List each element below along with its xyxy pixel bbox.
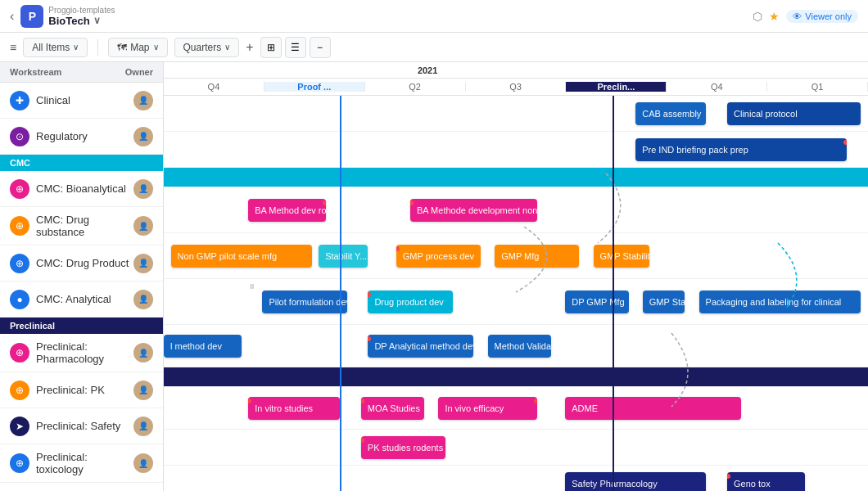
task-gmp-process[interactable]: GMP process dev [396, 245, 481, 268]
task-gmp-mfg[interactable]: GMP Mfg [495, 245, 579, 268]
sidebar-item-preclinical-pharmacology[interactable]: ⊕ Preclinical: Pharmacology 👤 [0, 334, 163, 372]
q-q4-1: Q4 [164, 82, 264, 92]
task-in-vitro[interactable]: In vitro studies [248, 397, 340, 420]
sidebar-item-preclinical-toxicology[interactable]: ⊕ Preclinical: toxicology 👤 [0, 444, 163, 483]
chevron-icon: ∨ [224, 43, 230, 52]
task-safety-pharmacology[interactable]: Safety Pharmacology [565, 472, 706, 492]
view-dropdown[interactable]: 🗺 Map ∨ [108, 38, 167, 57]
task-pre-ind[interactable]: Pre IND briefing pack prep [635, 138, 847, 161]
gantt-row-pk: PK studies rodents [164, 430, 868, 466]
gantt-row-drug-substance: Non GMP pilot scale mfg Stabilit Y... GM… [164, 233, 868, 279]
task-ba-method-non[interactable]: BA Methode development non... [410, 199, 537, 222]
q-preclin: Preclin... [566, 82, 667, 92]
task-dp-analytical[interactable]: DP Analytical method dev [368, 335, 473, 358]
sidebar-item-clinical[interactable]: ✚ Clinical 👤 [0, 83, 163, 119]
back-icon[interactable]: ‹ [10, 9, 14, 24]
map-icon: 🗺 [117, 42, 127, 53]
q-q1-2: Q1 [767, 82, 868, 92]
q-q3: Q3 [466, 82, 567, 92]
all-items-dropdown[interactable]: All Items ∨ [23, 38, 88, 57]
add-icon[interactable]: + [246, 40, 253, 55]
sidebar-item-preclinical-pk[interactable]: ⊕ Preclinical: PK 👤 [0, 372, 163, 408]
avatar-bioanalytical: 👤 [133, 179, 153, 199]
list-view-btn[interactable]: ☰ [285, 37, 306, 58]
minus-btn[interactable]: − [310, 37, 331, 58]
task-adme[interactable]: ADME [565, 397, 741, 420]
task-drug-product-dev[interactable]: Drug product dev [368, 291, 452, 313]
regulatory-icon: ⊙ [10, 127, 29, 146]
quarter-row: Q4 Proof ... Q2 Q3 Preclin... Q4 Q1 [164, 79, 868, 95]
sidebar: Workstream Owner ✚ Clinical 👤 ⊙ Regulato… [0, 62, 164, 491]
drug-substance-icon: ⊕ [10, 216, 29, 236]
gantt-row-analytical: l method dev DP Analytical method dev Me… [164, 325, 868, 367]
task-dp-gmp-mfg[interactable]: DP GMP Mfg [565, 291, 628, 313]
sidebar-item-cmc-bioanalytical[interactable]: ⊕ CMC: Bioanalytical 👤 [0, 171, 163, 207]
q-q4-2: Q4 [667, 82, 767, 92]
divider [97, 39, 98, 56]
toolbar: ≡ All Items ∨ 🗺 Map ∨ Quarters ∨ + ⊞ ☰ − [0, 33, 868, 62]
sidebar-item-preclinical-safety[interactable]: ➤ Preclinical: Safety 👤 [0, 408, 163, 444]
q-q1-highlight: Proof ... [264, 82, 365, 92]
task-clinical-protocol[interactable]: Clinical protocol [727, 102, 861, 125]
task-geno-tox[interactable]: Geno tox [727, 472, 805, 492]
sidebar-item-regulatory[interactable]: ⊙ Regulatory 👤 [0, 119, 163, 155]
clinical-icon: ✚ [10, 91, 29, 110]
gantt-row-safety: Safety Pharmacology Geno tox [164, 466, 868, 491]
q-q2: Q2 [365, 82, 466, 92]
viewer-badge: 👁 Viewer only [786, 10, 858, 23]
analytical-icon: ● [10, 290, 29, 309]
gantt-section-preclinical [164, 367, 868, 387]
timeline-header: 2021 Q4 Proof ... Q2 Q3 Preclin... Q4 Q1 [164, 62, 868, 96]
avatar-safety: 👤 [133, 417, 153, 436]
filter-icon[interactable]: ≡ [10, 41, 16, 54]
header-right: ⬡ ★ 👁 Viewer only [753, 10, 858, 23]
toxicology-icon: ⊕ [10, 453, 29, 473]
pk-icon: ⊕ [10, 381, 29, 400]
star-icon[interactable]: ★ [769, 10, 780, 23]
task-packaging[interactable]: Packaging and labeling for clinical [699, 291, 861, 313]
task-gmp-stabl[interactable]: GMP Stabl... [643, 291, 685, 313]
avatar-toxicology: 👤 [133, 453, 153, 473]
gantt-row-clinical: CAB assembly Clinical protocol [164, 96, 868, 132]
avatar-drug-product: 👤 [133, 254, 153, 273]
main-container: Workstream Owner ✚ Clinical 👤 ⊙ Regulato… [0, 62, 868, 491]
task-moa-studies[interactable]: MOA Studies [361, 397, 424, 420]
task-stability[interactable]: Stabilit Y... [319, 245, 368, 268]
avatar-drug-substance: 👤 [133, 216, 153, 236]
gantt-row-drug-product: II Pilot formulation development Drug pr… [164, 279, 868, 325]
task-gmp-stabilit[interactable]: GMP Stabilit... [594, 245, 650, 268]
task-method-dev[interactable]: l method dev [164, 335, 242, 358]
sidebar-header: Workstream Owner [0, 62, 163, 83]
avatar-pk: 👤 [133, 381, 153, 400]
sidebar-item-cmc-analytical[interactable]: ● CMC: Analytical 👤 [0, 282, 163, 318]
app-name: BioTech [48, 15, 89, 27]
gantt-row-bioanalytical: BA Method dev rodents BA Methode develop… [164, 187, 868, 233]
gantt-section-cmc [164, 168, 868, 187]
sidebar-item-cmc-drug-substance[interactable]: ⊕ CMC: Drug substance 👤 [0, 207, 163, 246]
task-pk-rodents[interactable]: PK studies rodents [361, 436, 445, 459]
safety-icon: ➤ [10, 417, 29, 436]
section-preclinical: Preclinical [0, 318, 163, 334]
chevron-icon: ∨ [73, 43, 79, 52]
avatar-regulatory: 👤 [133, 127, 153, 146]
task-ba-method-dev[interactable]: BA Method dev rodents [248, 199, 326, 222]
task-non-gmp[interactable]: Non GMP pilot scale mfg [171, 245, 312, 268]
task-cab-assembly[interactable]: CAB assembly [635, 102, 706, 125]
task-in-vivo[interactable]: In vivo efficacy [438, 397, 536, 420]
app-logo: P Proggio-templates BioTech ∨ [20, 5, 115, 28]
section-cmc: CMC [0, 155, 163, 171]
eye-icon: 👁 [793, 11, 802, 21]
share-icon[interactable]: ⬡ [753, 10, 762, 23]
gantt-row-regulatory: Pre IND briefing pack prep [164, 132, 868, 168]
dropdown-icon[interactable]: ∨ [93, 15, 101, 26]
gantt-row-pharmacology: In vitro studies MOA Studies In vivo eff… [164, 387, 868, 430]
grid-view-btn[interactable]: ⊞ [260, 37, 282, 58]
sidebar-item-cmc-drug-product[interactable]: ⊕ CMC: Drug Product 👤 [0, 246, 163, 282]
chevron-icon: ∨ [153, 43, 159, 52]
gantt-area[interactable]: 2021 Q4 Proof ... Q2 Q3 Preclin... Q4 Q1 [164, 62, 868, 491]
task-pilot-formulation[interactable]: Pilot formulation development [262, 291, 346, 313]
task-method-validation[interactable]: Method Validation [488, 335, 551, 358]
gantt-rows-container: CAB assembly Clinical protocol Pre IND b… [164, 96, 868, 491]
year-row: 2021 [164, 62, 868, 79]
quarters-dropdown[interactable]: Quarters ∨ [174, 38, 240, 57]
